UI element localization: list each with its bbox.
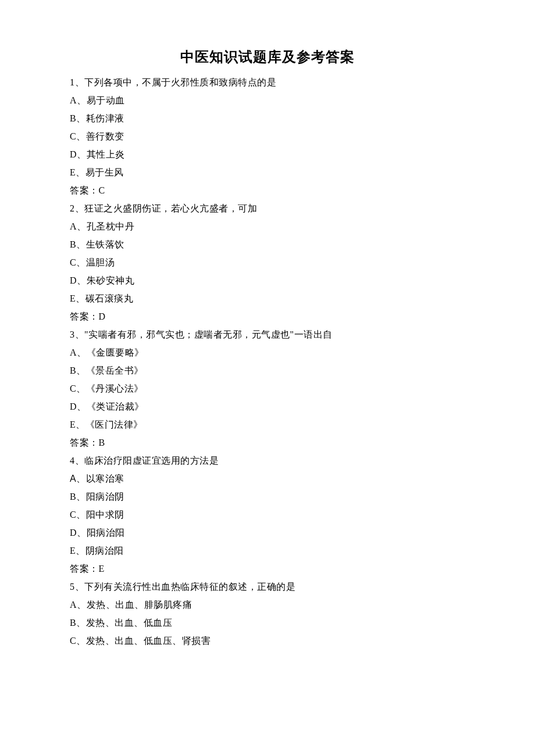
document-title: 中医知识试题库及参考答案	[70, 48, 465, 66]
question-stem: 2、狂证之火盛阴伤证，若心火亢盛者，可加	[70, 199, 465, 217]
document-page: 中医知识试题库及参考答案 1、下列各项中，不属于火邪性质和致病特点的是A、易于动…	[0, 0, 535, 756]
question-option: D、其性上炎	[70, 145, 465, 163]
question-option: B、耗伤津液	[70, 109, 465, 127]
question-option: C、温胆汤	[70, 253, 465, 271]
question-option: A、以寒治寒	[70, 470, 465, 488]
question-answer: 答案：E	[70, 560, 465, 578]
question-answer: 答案：C	[70, 181, 465, 199]
question-stem: 1、下列各项中，不属于火邪性质和致病特点的是	[70, 73, 465, 91]
question-stem: 4、临床治疗阳虚证宜选用的方法是	[70, 452, 465, 470]
question-option: C、《丹溪心法》	[70, 379, 465, 397]
question-option: E、易于生风	[70, 163, 465, 181]
question-answer: 答案：D	[70, 307, 465, 325]
question-option: B、阳病治阴	[70, 488, 465, 506]
question-stem: 3、"实喘者有邪，邪气实也；虚喘者无邪，元气虚也"一语出自	[70, 325, 465, 343]
question-option: C、善行数变	[70, 127, 465, 145]
question-option: A、发热、出血、腓肠肌疼痛	[70, 596, 465, 614]
question-option: A、孔圣枕中丹	[70, 217, 465, 235]
document-body: 1、下列各项中，不属于火邪性质和致病特点的是A、易于动血B、耗伤津液C、善行数变…	[70, 73, 465, 650]
question-stem: 5、下列有关流行性出血热临床特征的叙述，正确的是	[70, 578, 465, 596]
question-option: C、发热、出血、低血压、肾损害	[70, 632, 465, 650]
question-option: E、《医门法律》	[70, 415, 465, 433]
question-option: D、《类证治裁》	[70, 397, 465, 415]
question-answer: 答案：B	[70, 433, 465, 452]
question-option: A、易于动血	[70, 91, 465, 109]
question-option: C、阳中求阴	[70, 506, 465, 524]
question-option: D、朱砂安神丸	[70, 271, 465, 289]
question-option: E、碳石滚痰丸	[70, 289, 465, 307]
question-option: D、阳病治阳	[70, 524, 465, 542]
question-option: B、《景岳全书》	[70, 361, 465, 379]
question-option: B、发热、出血、低血压	[70, 614, 465, 632]
question-option: B、生铁落饮	[70, 235, 465, 253]
question-option: E、阴病治阳	[70, 542, 465, 560]
question-option: A、《金匮要略》	[70, 343, 465, 361]
